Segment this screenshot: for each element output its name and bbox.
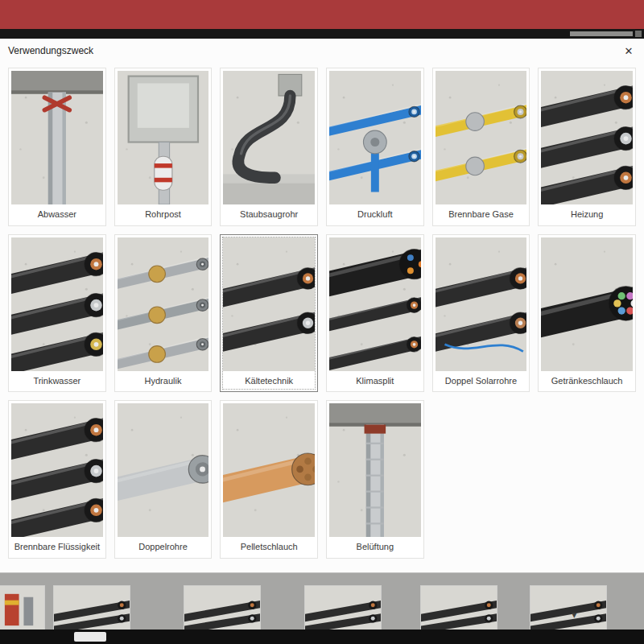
rohrpost-image [118, 71, 209, 204]
tile-druckluft[interactable]: Druckluft [326, 68, 424, 226]
tile-label: Abwasser [9, 207, 105, 225]
partial-preview-thumbnail[interactable] [0, 585, 45, 635]
tile-label: Rohrpost [115, 207, 212, 225]
tile-label: Druckluft [327, 207, 423, 225]
trinkwasser-image [11, 237, 103, 371]
chevron-down-icon[interactable]: ▾ [572, 609, 577, 621]
tile-brennbare-fluessigkeit[interactable]: Brennbare Flüssigkeit [8, 400, 106, 559]
tile-grid: AbwasserRohrpostStaubsaugrohrDruckluftBr… [0, 63, 644, 559]
tile-doppel-solarrohre[interactable]: Doppel Solarrohre [432, 234, 530, 393]
tile-label: Kältetechnik [221, 374, 317, 392]
belueftung-image [329, 403, 421, 537]
pelletschlauch-image [223, 403, 315, 537]
horizontal-scrollbar[interactable] [570, 31, 633, 36]
tile-heizung[interactable]: Heizung [538, 68, 636, 226]
preview-thumbnail-5[interactable] [530, 585, 607, 635]
tile-label: Klimasplit [327, 374, 423, 392]
tile-staubsaugrohr[interactable]: Staubsaugrohr [220, 68, 318, 226]
tile-label: Trinkwasser [9, 374, 105, 392]
abwasser-image [11, 71, 103, 204]
tile-getraenkeschlauch[interactable]: Getränkeschlauch [538, 234, 636, 393]
tile-label: Heizung [539, 207, 635, 225]
tile-klimasplit[interactable]: Klimasplit [326, 234, 424, 393]
staubsaugrohr-image [223, 71, 315, 204]
taskbar [0, 630, 644, 644]
druckluft-image [329, 71, 421, 204]
tile-label: Brennbare Flüssigkeit [9, 539, 105, 558]
doppel-solarrohre-image [436, 237, 527, 371]
tile-label: Belüftung [327, 539, 423, 558]
hydraulik-image [118, 237, 209, 371]
brennbare-fluessigkeit-image [11, 403, 103, 537]
app-title-bar [0, 0, 644, 29]
tile-hydraulik[interactable]: Hydraulik [114, 234, 213, 393]
verwendungszweck-dialog: Verwendungszweck ✕ AbwasserRohrpostStaub… [0, 39, 644, 573]
tile-label: Doppelrohre [115, 539, 212, 558]
background-window-strip [0, 29, 644, 39]
tile-label: Brennbare Gase [433, 207, 530, 225]
tile-label: Pelletschlauch [221, 539, 317, 558]
klimasplit-image [329, 237, 421, 371]
preview-thumbnail-3[interactable] [304, 585, 382, 635]
tile-label: Hydraulik [115, 374, 212, 392]
tile-rohrpost[interactable]: Rohrpost [114, 68, 213, 226]
brennbare-gase-image [436, 71, 527, 204]
getraenkeschlauch-image [541, 237, 633, 371]
dialog-header: Verwendungszweck ✕ [0, 39, 644, 63]
taskbar-button[interactable] [74, 632, 106, 642]
tile-doppelrohre[interactable]: Doppelrohre [114, 400, 213, 559]
close-icon[interactable]: ✕ [621, 45, 636, 57]
tile-kaeltetechnik[interactable]: Kältetechnik [220, 234, 318, 393]
kaeltetechnik-image [223, 237, 315, 371]
preview-thumbnail-2[interactable] [184, 585, 261, 635]
tile-belueftung[interactable]: Belüftung [326, 400, 424, 559]
preview-thumbnail-4[interactable] [420, 585, 497, 635]
tile-trinkwasser[interactable]: Trinkwasser [8, 234, 106, 393]
scrollbar-end-button[interactable] [635, 31, 642, 37]
tile-brennbare-gase[interactable]: Brennbare Gase [432, 68, 530, 226]
tile-label: Getränkeschlauch [539, 374, 635, 392]
tile-label: Doppel Solarrohre [433, 374, 530, 392]
tile-abwasser[interactable]: Abwasser [8, 68, 106, 226]
tile-pelletschlauch[interactable]: Pelletschlauch [220, 400, 318, 559]
tile-label: Staubsaugrohr [221, 207, 317, 225]
preview-thumbnail-1[interactable] [53, 585, 130, 635]
heizung-image [541, 71, 633, 204]
bottom-preview-carousel: ▾ [0, 573, 644, 644]
dialog-title: Verwendungszweck [8, 45, 93, 56]
doppelrohre-image [118, 403, 209, 537]
